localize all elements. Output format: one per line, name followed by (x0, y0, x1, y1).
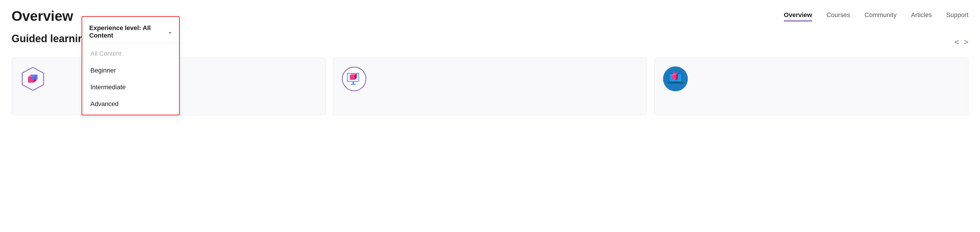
svg-rect-4 (31, 75, 38, 80)
dropdown-divider (82, 43, 179, 44)
dropdown-option-all-content[interactable]: All Content (82, 45, 179, 62)
dropdown-menu: Experience level: All Content ⌄ All Cont… (82, 16, 180, 115)
nav-link-articles[interactable]: Articles (911, 11, 932, 21)
dropdown-header[interactable]: Experience level: All Content ⌄ (82, 19, 179, 43)
dropdown-chevron-icon: ⌄ (168, 29, 172, 35)
svg-rect-11 (353, 82, 354, 84)
svg-rect-8 (350, 75, 355, 80)
card-2[interactable] (333, 58, 647, 115)
nav-top-right: Overview Courses Community Articles Supp… (784, 11, 969, 21)
card-1-icon (20, 66, 46, 92)
circle-pink-icon (341, 66, 367, 92)
page-container: Overview Experience level: All Content ⌄… (0, 0, 980, 232)
nav-link-community[interactable]: Community (865, 11, 897, 21)
circle-blue-icon (662, 66, 689, 92)
hex-icon (20, 66, 46, 92)
top-nav: Overview Experience level: All Content ⌄… (11, 9, 969, 24)
nav-links: Overview Courses Community Articles Supp… (784, 11, 969, 21)
nav-link-support[interactable]: Support (946, 11, 969, 21)
svg-rect-16 (672, 75, 676, 79)
dropdown-option-intermediate[interactable]: Intermediate (82, 79, 179, 96)
nav-link-overview[interactable]: Overview (784, 11, 812, 21)
card-3[interactable] (654, 58, 969, 115)
card-3-icon (662, 66, 689, 92)
card-2-icon (341, 66, 367, 92)
dropdown-option-advanced[interactable]: Advanced (82, 96, 179, 112)
page-title: Overview (11, 9, 73, 24)
next-arrow-button[interactable]: > (964, 38, 969, 46)
svg-rect-12 (351, 84, 356, 85)
dropdown-option-beginner[interactable]: Beginner (82, 62, 179, 79)
svg-rect-21 (668, 82, 683, 83)
nav-left: Overview Experience level: All Content ⌄… (11, 9, 82, 24)
carousel-arrows: < > (955, 38, 969, 46)
prev-arrow-button[interactable]: < (955, 38, 959, 46)
nav-link-courses[interactable]: Courses (827, 11, 850, 21)
guided-learning-title: Guided learning (11, 33, 91, 45)
dropdown-label: Experience level: All Content (89, 24, 168, 39)
